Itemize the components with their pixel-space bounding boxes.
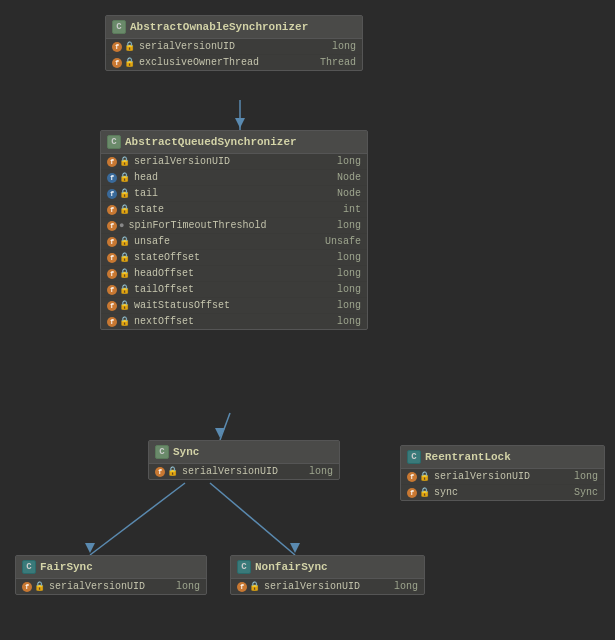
orange-icon-rl-2: f — [407, 488, 417, 498]
field-type-serialversionuid-rl: long — [574, 471, 598, 482]
field-type-nextoffset: long — [337, 316, 361, 327]
orange-icon-fs-1: f — [22, 582, 32, 592]
field-type-tail: Node — [337, 188, 361, 199]
orange-icon-rl-1: f — [407, 472, 417, 482]
field-nextoffset: f 🔒 nextOffset long — [101, 314, 367, 329]
field-type-serialversionuid-nfs: long — [394, 581, 418, 592]
sync-header: C Sync — [149, 441, 339, 464]
orange-icon-unsafe: f — [107, 237, 117, 247]
field-name-tail: tail — [134, 188, 333, 199]
field-icons-rl-1: f 🔒 — [407, 471, 430, 482]
class-icon-nonfairsync: C — [237, 560, 251, 574]
field-serialversionuid-rl: f 🔒 serialVersionUID long — [401, 469, 604, 485]
field-icons-rl-2: f 🔒 — [407, 487, 430, 498]
field-icons-1: f 🔒 — [112, 41, 135, 52]
orange-icon-nfs-1: f — [237, 582, 247, 592]
field-type-sync-rl: Sync — [574, 487, 598, 498]
abstract-ownable-synchronizer-header: C AbstractOwnableSynchronizer — [106, 16, 362, 39]
field-unsafe: f 🔒 unsafe Unsafe — [101, 234, 367, 250]
reentrantlock-header: C ReentrantLock — [401, 446, 604, 469]
field-name-unsafe: unsafe — [134, 236, 321, 247]
lock-icon-fs-1: 🔒 — [34, 581, 45, 592]
field-icons-fs-1: f 🔒 — [22, 581, 45, 592]
field-type-spinfortimeoutthreshold: long — [337, 220, 361, 231]
sync-name: Sync — [173, 446, 199, 458]
field-icons-unsafe: f 🔒 — [107, 236, 130, 247]
lock-icon-rl-1: 🔒 — [419, 471, 430, 482]
field-name-nextoffset: nextOffset — [134, 316, 333, 327]
field-type-serialversionuid-fs: long — [176, 581, 200, 592]
svg-line-4 — [90, 483, 185, 555]
dot-icon-spin: ● — [119, 221, 124, 231]
field-type-serialversionuid-aqs: long — [337, 156, 361, 167]
orange-icon-2: f — [112, 58, 122, 68]
nonfairsync-box: C NonfairSync f 🔒 serialVersionUID long — [230, 555, 425, 595]
class-icon-reentrantlock: C — [407, 450, 421, 464]
sync-box: C Sync f 🔒 serialVersionUID long — [148, 440, 340, 480]
field-exclusiveownerthread: f 🔒 exclusiveOwnerThread Thread — [106, 55, 362, 70]
field-name-serialversionuid-sync: serialVersionUID — [182, 466, 305, 477]
field-name-state: state — [134, 204, 339, 215]
field-type-serialversionuid-aos: long — [332, 41, 356, 52]
svg-marker-3 — [215, 428, 225, 438]
field-type-serialversionuid-sync: long — [309, 466, 333, 477]
field-name-exclusiveownerthread: exclusiveOwnerThread — [139, 57, 316, 68]
field-headoffset: f 🔒 headOffset long — [101, 266, 367, 282]
abstract-queued-synchronizer-header: C AbstractQueuedSynchronizer — [101, 131, 367, 154]
class-icon-sync: C — [155, 445, 169, 459]
fairsync-header: C FairSync — [16, 556, 206, 579]
reentrantlock-name: ReentrantLock — [425, 451, 511, 463]
field-name-serialversionuid-aos: serialVersionUID — [139, 41, 328, 52]
lock-icon-unsafe: 🔒 — [119, 236, 130, 247]
field-icons-headoffset: f 🔒 — [107, 268, 130, 279]
blue-icon-tail: f — [107, 189, 117, 199]
reentrantlock-box: C ReentrantLock f 🔒 serialVersionUID lon… — [400, 445, 605, 501]
lock-icon-1: 🔒 — [124, 41, 135, 52]
abstract-ownable-synchronizer-box: C AbstractOwnableSynchronizer f 🔒 serial… — [105, 15, 363, 71]
svg-marker-5 — [85, 543, 95, 553]
field-name-serialversionuid-aqs: serialVersionUID — [134, 156, 333, 167]
field-tail: f 🔒 tail Node — [101, 186, 367, 202]
lock-icon-nextoffset: 🔒 — [119, 316, 130, 327]
lock-icon-rl-2: 🔒 — [419, 487, 430, 498]
orange-icon-aqs-1: f — [107, 157, 117, 167]
field-type-unsafe: Unsafe — [325, 236, 361, 247]
lock-icon-tailoffset: 🔒 — [119, 284, 130, 295]
orange-icon-stateoffset: f — [107, 253, 117, 263]
field-icons-2: f 🔒 — [112, 57, 135, 68]
nonfairsync-name: NonfairSync — [255, 561, 328, 573]
svg-marker-7 — [290, 543, 300, 553]
field-icons-spin: f ● — [107, 221, 124, 231]
field-sync-rl: f 🔒 sync Sync — [401, 485, 604, 500]
svg-marker-1 — [235, 118, 245, 128]
field-icons-aqs-1: f 🔒 — [107, 156, 130, 167]
field-icons-nfs-1: f 🔒 — [237, 581, 260, 592]
field-type-state: int — [343, 204, 361, 215]
field-name-serialversionuid-nfs: serialVersionUID — [264, 581, 390, 592]
orange-icon-spin: f — [107, 221, 117, 231]
field-name-headoffset: headOffset — [134, 268, 333, 279]
field-name-serialversionuid-rl: serialVersionUID — [434, 471, 570, 482]
field-name-serialversionuid-fs: serialVersionUID — [49, 581, 172, 592]
field-type-waitstatusoffset: long — [337, 300, 361, 311]
field-icons-waitstatusoffset: f 🔒 — [107, 300, 130, 311]
field-serialversionuid-nfs: f 🔒 serialVersionUID long — [231, 579, 424, 594]
orange-icon-waitstatusoffset: f — [107, 301, 117, 311]
lock-icon-2: 🔒 — [124, 57, 135, 68]
field-name-spinfortimeoutthreshold: spinForTimeoutThreshold — [128, 220, 333, 231]
field-serialversionuid-aos: f 🔒 serialVersionUID long — [106, 39, 362, 55]
orange-icon-state: f — [107, 205, 117, 215]
field-stateoffset: f 🔒 stateOffset long — [101, 250, 367, 266]
field-head: f 🔒 head Node — [101, 170, 367, 186]
field-name-stateoffset: stateOffset — [134, 252, 333, 263]
lock-icon-stateoffset: 🔒 — [119, 252, 130, 263]
field-name-waitstatusoffset: waitStatusOffset — [134, 300, 333, 311]
class-icon-fairsync: C — [22, 560, 36, 574]
field-type-tailoffset: long — [337, 284, 361, 295]
orange-icon-tailoffset: f — [107, 285, 117, 295]
lock-icon-tail: 🔒 — [119, 188, 130, 199]
field-waitstatusoffset: f 🔒 waitStatusOffset long — [101, 298, 367, 314]
lock-icon-nfs-1: 🔒 — [249, 581, 260, 592]
orange-icon-headoffset: f — [107, 269, 117, 279]
svg-line-6 — [210, 483, 295, 555]
